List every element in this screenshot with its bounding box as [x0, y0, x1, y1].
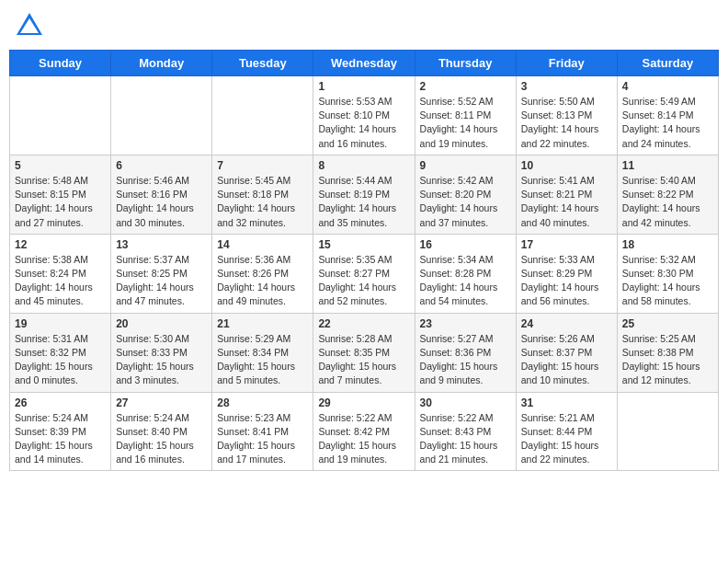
sunset-label: Sunset: 8:29 PM: [521, 268, 593, 279]
calendar-cell: 9 Sunrise: 5:42 AM Sunset: 8:20 PM Dayli…: [415, 155, 516, 234]
day-info: Sunrise: 5:44 AM Sunset: 8:19 PM Dayligh…: [318, 174, 409, 230]
day-header-tuesday: Tuesday: [212, 51, 313, 76]
sunrise-label: Sunrise: 5:49 AM: [622, 96, 696, 107]
day-info: Sunrise: 5:31 AM Sunset: 8:32 PM Dayligh…: [15, 332, 106, 388]
daylight-label: Daylight: 14 hours and 49 minutes.: [217, 282, 295, 306]
sunrise-label: Sunrise: 5:44 AM: [318, 175, 392, 186]
day-number: 6: [116, 159, 207, 172]
daylight-label: Daylight: 15 hours and 7 minutes.: [318, 361, 396, 385]
daylight-label: Daylight: 14 hours and 32 minutes.: [217, 202, 295, 227]
calendar-cell: 24 Sunrise: 5:26 AM Sunset: 8:37 PM Dayl…: [516, 313, 617, 392]
day-header-friday: Friday: [516, 51, 617, 76]
calendar-cell: 19 Sunrise: 5:31 AM Sunset: 8:32 PM Dayl…: [10, 313, 111, 392]
day-number: 14: [217, 238, 308, 251]
calendar-cell: 29 Sunrise: 5:22 AM Sunset: 8:42 PM Dayl…: [313, 392, 415, 471]
daylight-label: Daylight: 14 hours and 22 minutes.: [521, 123, 599, 148]
calendar-cell: 28 Sunrise: 5:23 AM Sunset: 8:41 PM Dayl…: [212, 392, 313, 471]
daylight-label: Daylight: 14 hours and 40 minutes.: [521, 202, 599, 227]
daylight-label: Daylight: 14 hours and 47 minutes.: [116, 282, 194, 306]
calendar-header-row: SundayMondayTuesdayWednesdayThursdayFrid…: [10, 51, 719, 76]
day-number: 7: [217, 159, 308, 172]
day-number: 23: [420, 317, 511, 330]
day-number: 27: [116, 396, 207, 409]
day-info: Sunrise: 5:23 AM Sunset: 8:41 PM Dayligh…: [217, 411, 308, 467]
sunset-label: Sunset: 8:20 PM: [420, 189, 492, 200]
sunset-label: Sunset: 8:32 PM: [15, 347, 86, 358]
day-header-sunday: Sunday: [10, 51, 111, 76]
day-header-thursday: Thursday: [415, 51, 516, 76]
daylight-label: Daylight: 15 hours and 5 minutes.: [217, 361, 295, 385]
calendar-cell: 12 Sunrise: 5:38 AM Sunset: 8:24 PM Dayl…: [10, 234, 111, 313]
sunrise-label: Sunrise: 5:41 AM: [521, 175, 595, 186]
day-info: Sunrise: 5:24 AM Sunset: 8:39 PM Dayligh…: [15, 411, 106, 467]
calendar-cell: 30 Sunrise: 5:22 AM Sunset: 8:43 PM Dayl…: [415, 392, 516, 471]
day-number: 16: [420, 238, 511, 251]
sunrise-label: Sunrise: 5:24 AM: [116, 412, 189, 423]
sunrise-label: Sunrise: 5:46 AM: [116, 175, 189, 186]
day-info: Sunrise: 5:22 AM Sunset: 8:43 PM Dayligh…: [420, 411, 511, 467]
sunset-label: Sunset: 8:42 PM: [318, 426, 390, 437]
day-number: 28: [217, 396, 308, 409]
day-number: 26: [15, 396, 106, 409]
day-info: Sunrise: 5:48 AM Sunset: 8:15 PM Dayligh…: [15, 174, 106, 230]
day-number: 3: [521, 80, 612, 93]
calendar-cell: 31 Sunrise: 5:21 AM Sunset: 8:44 PM Dayl…: [516, 392, 617, 471]
day-number: 22: [318, 317, 409, 330]
daylight-label: Daylight: 14 hours and 45 minutes.: [15, 282, 93, 306]
sunset-label: Sunset: 8:22 PM: [622, 189, 694, 200]
sunset-label: Sunset: 8:25 PM: [116, 268, 188, 279]
sunset-label: Sunset: 8:33 PM: [116, 347, 188, 358]
calendar-cell: 4 Sunrise: 5:49 AM Sunset: 8:14 PM Dayli…: [617, 76, 718, 155]
day-info: Sunrise: 5:22 AM Sunset: 8:42 PM Dayligh…: [318, 411, 409, 467]
day-info: Sunrise: 5:40 AM Sunset: 8:22 PM Dayligh…: [622, 174, 713, 230]
day-number: 20: [116, 317, 207, 330]
sunrise-label: Sunrise: 5:48 AM: [15, 175, 88, 186]
sunset-label: Sunset: 8:11 PM: [420, 109, 492, 121]
sunrise-label: Sunrise: 5:21 AM: [521, 412, 595, 423]
sunset-label: Sunset: 8:38 PM: [622, 347, 694, 358]
day-info: Sunrise: 5:28 AM Sunset: 8:35 PM Dayligh…: [318, 332, 409, 388]
sunrise-label: Sunrise: 5:30 AM: [116, 333, 189, 344]
day-number: 15: [318, 238, 409, 251]
day-info: Sunrise: 5:21 AM Sunset: 8:44 PM Dayligh…: [521, 411, 612, 467]
calendar-cell: 17 Sunrise: 5:33 AM Sunset: 8:29 PM Dayl…: [516, 234, 617, 313]
sunrise-label: Sunrise: 5:53 AM: [318, 96, 392, 107]
sunset-label: Sunset: 8:27 PM: [318, 268, 390, 279]
calendar-cell: 5 Sunrise: 5:48 AM Sunset: 8:15 PM Dayli…: [10, 155, 111, 234]
sunrise-label: Sunrise: 5:23 AM: [217, 412, 290, 423]
sunset-label: Sunset: 8:43 PM: [420, 426, 492, 437]
daylight-label: Daylight: 14 hours and 58 minutes.: [622, 282, 700, 306]
day-number: 29: [318, 396, 409, 409]
sunrise-label: Sunrise: 5:42 AM: [420, 175, 494, 186]
sunrise-label: Sunrise: 5:27 AM: [420, 333, 494, 344]
daylight-label: Daylight: 15 hours and 22 minutes.: [521, 440, 599, 465]
sunset-label: Sunset: 8:18 PM: [217, 189, 289, 200]
calendar-cell: 11 Sunrise: 5:40 AM Sunset: 8:22 PM Dayl…: [617, 155, 718, 234]
day-info: Sunrise: 5:25 AM Sunset: 8:38 PM Dayligh…: [622, 332, 713, 388]
day-number: 2: [420, 80, 511, 93]
calendar-cell: 6 Sunrise: 5:46 AM Sunset: 8:16 PM Dayli…: [111, 155, 212, 234]
daylight-label: Daylight: 15 hours and 19 minutes.: [318, 440, 396, 465]
day-number: 18: [622, 238, 713, 251]
day-number: 31: [521, 396, 612, 409]
day-number: 17: [521, 238, 612, 251]
sunset-label: Sunset: 8:36 PM: [420, 347, 492, 358]
sunrise-label: Sunrise: 5:25 AM: [622, 333, 696, 344]
logo: [13, 9, 50, 42]
sunrise-label: Sunrise: 5:22 AM: [318, 412, 392, 423]
day-number: 13: [116, 238, 207, 251]
calendar-cell: 14 Sunrise: 5:36 AM Sunset: 8:26 PM Dayl…: [212, 234, 313, 313]
daylight-label: Daylight: 14 hours and 19 minutes.: [420, 123, 498, 148]
sunrise-label: Sunrise: 5:34 AM: [420, 254, 494, 265]
calendar-cell: 16 Sunrise: 5:34 AM Sunset: 8:28 PM Dayl…: [415, 234, 516, 313]
calendar-week-row: 5 Sunrise: 5:48 AM Sunset: 8:15 PM Dayli…: [10, 155, 719, 234]
day-number: 11: [622, 159, 713, 172]
day-header-wednesday: Wednesday: [313, 51, 415, 76]
calendar-cell: 8 Sunrise: 5:44 AM Sunset: 8:19 PM Dayli…: [313, 155, 415, 234]
daylight-label: Daylight: 14 hours and 35 minutes.: [318, 202, 396, 227]
calendar-cell: 22 Sunrise: 5:28 AM Sunset: 8:35 PM Dayl…: [313, 313, 415, 392]
daylight-label: Daylight: 14 hours and 52 minutes.: [318, 282, 396, 306]
sunset-label: Sunset: 8:10 PM: [318, 109, 390, 121]
sunrise-label: Sunrise: 5:26 AM: [521, 333, 595, 344]
calendar-cell: 7 Sunrise: 5:45 AM Sunset: 8:18 PM Dayli…: [212, 155, 313, 234]
